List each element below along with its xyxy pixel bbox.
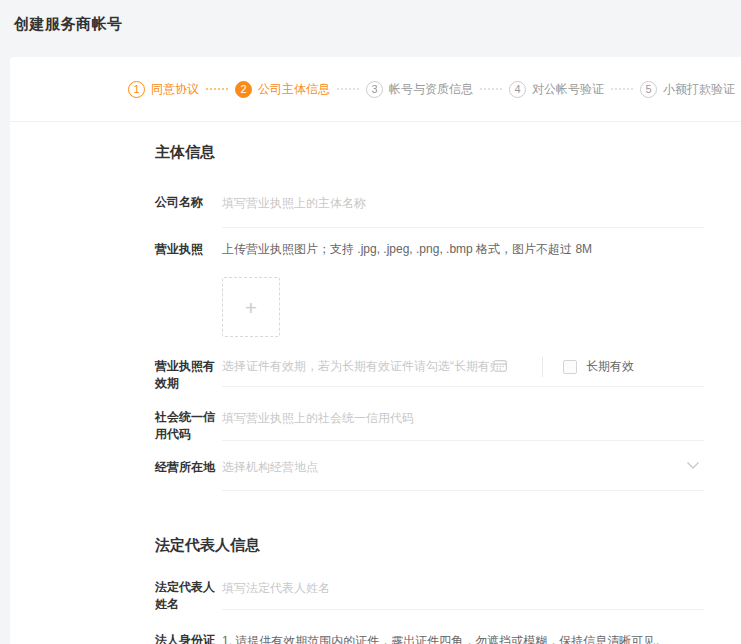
section-title-entity-info: 主体信息 bbox=[155, 143, 704, 163]
id-photo-label: 法人身份证照片 bbox=[155, 631, 217, 644]
step-3-label: 帐号与资质信息 bbox=[389, 81, 473, 98]
company-name-field bbox=[222, 193, 704, 228]
long-term-valid-option: 长期有效 bbox=[563, 358, 634, 375]
step-connector-2-3 bbox=[337, 88, 359, 90]
step-1-circle: 1 bbox=[128, 81, 145, 98]
business-location-label: 经营所在地 bbox=[155, 458, 217, 476]
step-4-circle: 4 bbox=[509, 81, 526, 98]
long-term-valid-checkbox[interactable] bbox=[563, 360, 577, 374]
step-company-entity-info[interactable]: 2 公司主体信息 bbox=[235, 81, 330, 98]
field-row-license-validity: 营业执照有效期 bbox=[155, 357, 704, 392]
step-2-label: 公司主体信息 bbox=[258, 81, 330, 98]
field-row-business-location: 经营所在地 bbox=[155, 458, 704, 491]
credit-code-label: 社会统一信用代码 bbox=[155, 408, 217, 443]
step-5-circle: 5 bbox=[640, 81, 657, 98]
page-title: 创建服务商帐号 bbox=[14, 15, 123, 34]
form-card: 1 同意协议 2 公司主体信息 3 帐号与资质信息 4 对公帐号验证 5 小额打… bbox=[10, 57, 741, 644]
calendar-icon[interactable] bbox=[493, 358, 507, 373]
license-validity-label: 营业执照有效期 bbox=[155, 357, 217, 392]
business-location-input[interactable] bbox=[222, 458, 678, 476]
step-account-qualification-info[interactable]: 3 帐号与资质信息 bbox=[366, 81, 473, 98]
form-body: 主体信息 公司名称 营业执照 上传营业执照图片；支持 .jpg, .jpeg, … bbox=[10, 122, 741, 644]
business-license-field: 上传营业执照图片；支持 .jpg, .jpeg, .png, .bmp 格式，图… bbox=[222, 240, 704, 337]
section-title-legal-rep-info: 法定代表人信息 bbox=[155, 536, 704, 556]
id-photo-field: 1. 请提供有效期范围内的证件，露出证件四角，勿遮挡或模糊，保持信息清晰可见。 … bbox=[222, 631, 704, 644]
credit-code-input[interactable] bbox=[222, 409, 704, 427]
field-row-company-name: 公司名称 bbox=[155, 193, 704, 228]
rep-name-label: 法定代表人姓名 bbox=[155, 578, 217, 613]
rep-name-input[interactable] bbox=[222, 579, 704, 597]
create-service-provider-account-page: 创建服务商帐号 1 同意协议 2 公司主体信息 3 帐号与资质信息 4 对公帐号… bbox=[0, 0, 741, 644]
vertical-divider bbox=[542, 357, 543, 377]
long-term-valid-label: 长期有效 bbox=[586, 358, 634, 375]
business-license-hint: 上传营业执照图片；支持 .jpg, .jpeg, .png, .bmp 格式，图… bbox=[222, 240, 704, 258]
company-name-label: 公司名称 bbox=[155, 193, 217, 211]
upload-business-license-button[interactable]: + bbox=[222, 277, 280, 337]
step-1-label: 同意协议 bbox=[151, 81, 199, 98]
stepper: 1 同意协议 2 公司主体信息 3 帐号与资质信息 4 对公帐号验证 5 小额打… bbox=[10, 57, 741, 122]
step-corporate-account-verify[interactable]: 4 对公帐号验证 bbox=[509, 81, 604, 98]
step-connector-4-5 bbox=[611, 88, 633, 90]
step-connector-3-4 bbox=[480, 88, 502, 90]
step-5-label: 小额打款验证 bbox=[663, 81, 735, 98]
step-4-label: 对公帐号验证 bbox=[532, 81, 604, 98]
plus-icon: + bbox=[245, 297, 257, 318]
business-location-select[interactable] bbox=[222, 458, 704, 491]
step-connector-1-2 bbox=[206, 88, 228, 90]
field-row-rep-name: 法定代表人姓名 bbox=[155, 578, 704, 613]
step-2-circle: 2 bbox=[235, 81, 252, 98]
id-photo-hint-1: 1. 请提供有效期范围内的证件，露出证件四角，勿遮挡或模糊，保持信息清晰可见。 bbox=[222, 631, 704, 644]
step-agree-agreement[interactable]: 1 同意协议 bbox=[128, 81, 199, 98]
validity-date-picker[interactable] bbox=[222, 357, 507, 375]
credit-code-field bbox=[222, 408, 704, 441]
field-row-business-license: 营业执照 上传营业执照图片；支持 .jpg, .jpeg, .png, .bmp… bbox=[155, 240, 704, 337]
company-name-input[interactable] bbox=[222, 194, 704, 212]
validity-date-input[interactable] bbox=[222, 357, 493, 375]
field-row-credit-code: 社会统一信用代码 bbox=[155, 408, 704, 443]
step-small-payment-verify[interactable]: 5 小额打款验证 bbox=[640, 81, 735, 98]
business-license-label: 营业执照 bbox=[155, 240, 217, 258]
license-validity-field: 长期有效 bbox=[222, 357, 704, 387]
chevron-down-icon[interactable] bbox=[686, 461, 700, 470]
rep-name-field bbox=[222, 578, 704, 610]
step-3-circle: 3 bbox=[366, 81, 383, 98]
field-row-id-photo: 法人身份证照片 1. 请提供有效期范围内的证件，露出证件四角，勿遮挡或模糊，保持… bbox=[155, 631, 704, 644]
